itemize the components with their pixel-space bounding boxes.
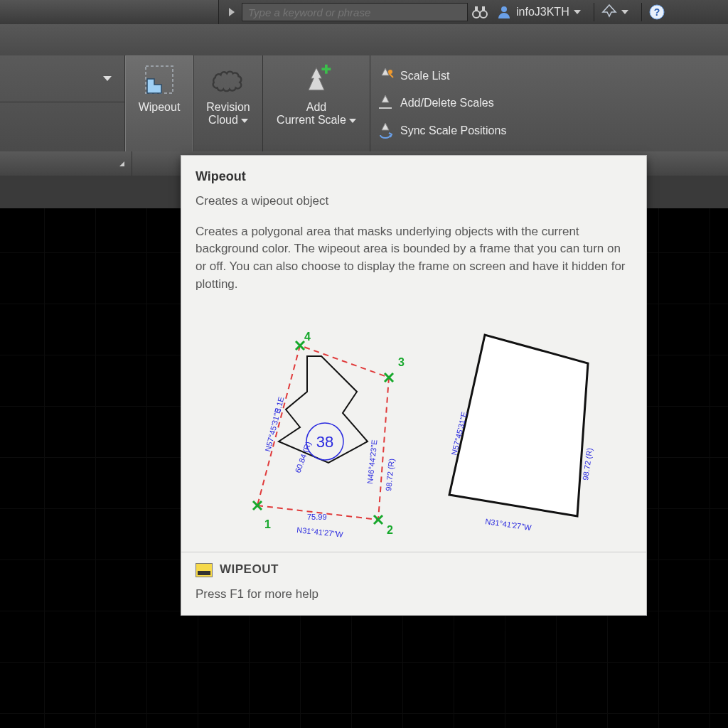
separator [641, 3, 642, 21]
dialog-launcher-icon [119, 161, 124, 166]
exchange-dropdown-icon[interactable] [621, 10, 628, 14]
tooltip-help-hint: Press F1 for more help [181, 583, 646, 615]
chevron-down-icon [241, 119, 248, 123]
svg-point-1 [480, 11, 487, 18]
binoculars-icon[interactable] [468, 0, 492, 24]
user-icon[interactable] [492, 0, 516, 24]
ribbon-tab-strip [0, 24, 728, 56]
username-label[interactable]: infoJ3KTH [516, 6, 569, 18]
chevron-down-icon [349, 119, 356, 123]
add-delete-scales-label: Add/Delete Scales [400, 97, 494, 109]
title-bar: infoJ3KTH ? [0, 0, 728, 25]
wipeout-label: Wipeout [139, 101, 181, 114]
svg-text:4: 4 [304, 331, 311, 343]
svg-point-0 [473, 11, 480, 18]
panel-launcher[interactable] [0, 151, 132, 176]
svg-rect-3 [482, 6, 485, 11]
title-bar-left [0, 0, 219, 24]
sync-scale-positions-button[interactable]: Sync Scale Positions [376, 118, 506, 144]
revision-cloud-icon [211, 63, 245, 97]
svg-text:N46°44'23"E: N46°44'23"E [365, 439, 378, 484]
chevron-down-icon [103, 76, 112, 81]
tooltip-command-name: WIPEOUT [220, 561, 279, 579]
svg-text:3: 3 [398, 356, 405, 368]
svg-text:N57°45'31"E: N57°45'31"E [263, 407, 282, 452]
revision-cloud-label-1: Revision [206, 101, 250, 114]
add-current-scale-button[interactable]: Add Current Scale [263, 55, 370, 159]
svg-rect-2 [475, 6, 478, 11]
svg-text:?: ? [653, 6, 660, 18]
add-scale-icon [299, 63, 333, 97]
svg-text:N31°41'27"W: N31°41'27"W [485, 517, 532, 532]
revision-cloud-button[interactable]: Revision Cloud [194, 55, 263, 159]
wipeout-icon [142, 63, 176, 97]
svg-text:75.99: 75.99 [307, 513, 327, 521]
svg-text:2: 2 [387, 524, 393, 536]
tooltip-diagram: 1 2 3 4 38 N57°45'31"E 3.1E 60.84 (R) N4… [181, 310, 646, 552]
help-icon[interactable]: ? [645, 0, 669, 24]
expand-search-icon[interactable] [229, 8, 235, 16]
search-input[interactable] [242, 3, 468, 21]
tooltip-title: Wipeout [196, 167, 632, 186]
tooltip-body: Creates a polygonal area that masks unde… [196, 223, 632, 294]
svg-point-4 [501, 6, 507, 12]
sync-scale-positions-label: Sync Scale Positions [400, 124, 506, 137]
scale-list-button[interactable]: Scale List [376, 63, 506, 89]
ribbon: Wipeout Revision Cloud Add Current Scale [0, 55, 728, 152]
add-delete-scales-button[interactable]: Add/Delete Scales [376, 90, 506, 116]
svg-rect-9 [325, 65, 328, 74]
tooltip-subtitle: Creates a wipeout object [196, 193, 632, 210]
ribbon-panel-dropdown[interactable] [0, 55, 124, 102]
svg-text:38: 38 [316, 433, 333, 451]
wipeout-button[interactable]: Wipeout [125, 55, 194, 159]
add-current-scale-label-2: Current Scale [277, 114, 346, 126]
exchange-icon[interactable] [597, 0, 621, 24]
separator [594, 3, 594, 21]
svg-text:60.84 (R): 60.84 (R) [294, 441, 313, 474]
scale-list-icon [376, 67, 395, 85]
add-delete-scales-icon [376, 94, 395, 112]
scale-commands-group: Scale List Add/Delete Scales Sync Scale … [370, 55, 506, 151]
ribbon-panel-collapsed [0, 55, 125, 151]
sync-scale-icon [376, 122, 395, 140]
svg-text:98.72 (R): 98.72 (R) [384, 459, 396, 492]
tooltip-card: Wipeout Creates a wipeout object Creates… [181, 155, 647, 616]
add-current-scale-label-1: Add [306, 101, 326, 114]
svg-text:N31°41'27"W: N31°41'27"W [296, 525, 344, 539]
svg-text:1: 1 [264, 518, 271, 530]
scale-list-label: Scale List [400, 70, 449, 82]
svg-text:98.72 (R): 98.72 (R) [581, 447, 594, 481]
user-dropdown-icon[interactable] [574, 10, 581, 14]
command-icon [196, 563, 213, 577]
tooltip-command-row: WIPEOUT [181, 552, 646, 583]
svg-text:3.1E: 3.1E [273, 396, 285, 414]
revision-cloud-label-2: Cloud [208, 114, 238, 126]
